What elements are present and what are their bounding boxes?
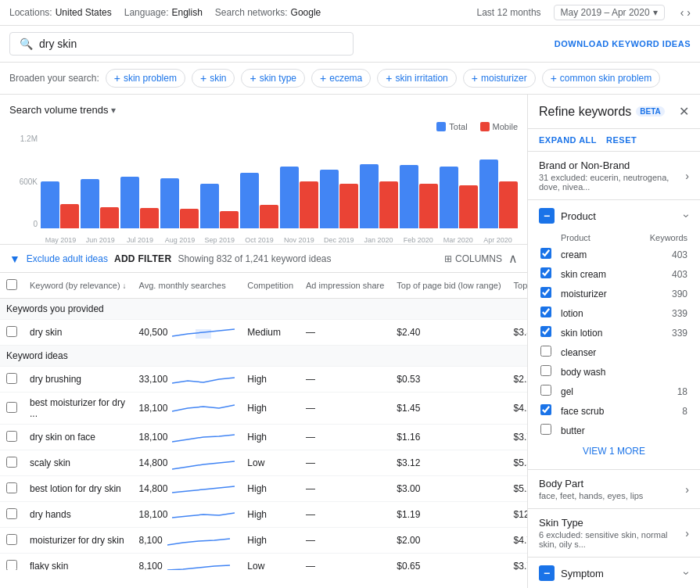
chip-skin[interactable]: + skin <box>192 69 235 88</box>
top-bar: Locations: United States Language: Engli… <box>0 0 700 26</box>
bar-group-5 <box>240 173 278 229</box>
bar-group-9 <box>400 165 438 228</box>
collapse-chart-button[interactable]: ∧ <box>508 251 518 266</box>
left-panel: Search volume trends ▾ Total Mobile 1.2M… <box>0 95 528 588</box>
refine-section-symptom: − Symptom › Symptom Keywords dryness 69 … <box>528 558 700 588</box>
bar-blue-1 <box>81 179 99 228</box>
bar-group-0 <box>41 181 79 229</box>
chart-title: Search volume trends <box>9 104 108 116</box>
bar-red-10 <box>459 185 478 228</box>
chart-xaxis: May 2019Jun 2019Jul 2019Aug 2019Sep 2019… <box>41 236 518 244</box>
chip-eczema[interactable]: + eczema <box>311 69 371 88</box>
bar-group-2 <box>120 177 159 228</box>
chevron-down-icon: ▾ <box>653 7 658 18</box>
search-icon: 🔍 <box>20 38 33 50</box>
chip-skin-type[interactable]: + skin type <box>241 69 305 88</box>
filter-checkbox[interactable] <box>540 346 551 357</box>
chip-skin-irritation[interactable]: + skin irritation <box>377 69 457 88</box>
refine-product-header[interactable]: − Product › <box>528 200 700 227</box>
list-item: cream 403 <box>540 246 687 264</box>
refine-skintype-header[interactable]: Skin Type 6 excluded: sensitive skin, no… <box>528 509 700 557</box>
symptom-minus-button[interactable]: − <box>539 565 555 581</box>
filter-checkbox[interactable] <box>540 267 551 278</box>
row-checkbox[interactable] <box>6 482 17 493</box>
filter-checkbox[interactable] <box>540 287 551 298</box>
row-checkbox[interactable] <box>6 402 17 413</box>
row-checkbox[interactable] <box>6 373 17 384</box>
beta-badge: BETA <box>636 106 664 117</box>
filter-checkbox[interactable] <box>540 385 551 396</box>
bar-blue-5 <box>240 173 259 229</box>
product-minus-button[interactable]: − <box>539 208 555 224</box>
list-item: lotion 339 <box>540 304 687 322</box>
bar-blue-0 <box>41 181 59 229</box>
product-content: Product Keywords cream 403 skin cream 40… <box>528 227 700 469</box>
columns-icon: ⊞ <box>444 253 452 264</box>
bar-red-1 <box>100 207 119 229</box>
row-checkbox[interactable] <box>6 326 17 337</box>
row-checkbox[interactable] <box>6 560 17 571</box>
filter-checkbox[interactable] <box>540 326 551 337</box>
showing-count: Showing 832 of 1,241 keyword ideas <box>178 253 331 264</box>
row-checkbox[interactable] <box>6 431 17 442</box>
bar-group-3 <box>160 178 199 228</box>
keyword-table: Keyword (by relevance) ↓ Avg. monthly se… <box>0 273 527 570</box>
refine-brand-header[interactable]: Brand or Non-Brand 31 excluded: eucerin,… <box>528 152 700 199</box>
refine-body-header[interactable]: Body Part face, feet, hands, eyes, lips … <box>528 470 700 508</box>
refine-section-skin-type: Skin Type 6 excluded: sensitive skin, no… <box>528 509 700 558</box>
skintype-chevron-icon: › <box>685 527 689 540</box>
networks-label: Search networks: Google <box>215 7 321 18</box>
reset-button[interactable]: RESET <box>606 135 637 145</box>
broaden-label: Broaden your search: <box>9 73 99 84</box>
list-item: gel 18 <box>540 382 687 400</box>
row-checkbox[interactable] <box>6 534 17 545</box>
list-item: butter <box>540 421 687 439</box>
row-checkbox[interactable] <box>6 508 17 519</box>
bar-red-4 <box>220 211 239 228</box>
chip-moisturizer[interactable]: + moisturizer <box>463 69 536 88</box>
chip-common-skin[interactable]: + common skin problem <box>542 69 661 88</box>
close-refine-button[interactable]: ✕ <box>679 104 689 119</box>
refine-title: Refine keywords <box>539 105 631 119</box>
keyword-table-container: Keyword (by relevance) ↓ Avg. monthly se… <box>0 273 527 570</box>
list-item: moisturizer 390 <box>540 285 687 303</box>
refine-symptom-header[interactable]: − Symptom › <box>528 558 700 584</box>
filter-checkbox[interactable] <box>540 424 551 435</box>
language-label: Language: English <box>124 7 203 18</box>
view-more-product[interactable]: VIEW 1 MORE <box>539 441 689 461</box>
row-checkbox[interactable] <box>6 457 17 468</box>
search-query: dry skin <box>39 38 77 50</box>
filter-icon: ▼ <box>9 253 20 265</box>
date-range-selector[interactable]: May 2019 – Apr 2020 ▾ <box>554 5 665 20</box>
columns-button[interactable]: ⊞ COLUMNS <box>444 253 502 264</box>
refine-section-product: − Product › Product Keywords cream 403 s… <box>528 200 700 470</box>
chart-dropdown[interactable]: ▾ <box>111 105 116 116</box>
expand-all-button[interactable]: EXPAND ALL <box>539 135 597 145</box>
legend-total: Total <box>436 122 467 131</box>
sort-keyword-icon[interactable]: ↓ <box>123 281 127 290</box>
chip-skin-problem[interactable]: + skin problem <box>106 69 185 88</box>
add-filter-button[interactable]: ADD FILTER <box>114 253 171 264</box>
chart-yaxis: 1.2M 600K 0 <box>9 134 41 228</box>
bar-red-2 <box>140 208 159 228</box>
filter-checkbox[interactable] <box>540 248 551 259</box>
exclude-adult-link[interactable]: Exclude adult ideas <box>27 253 108 264</box>
refine-actions: EXPAND ALL RESET <box>528 129 700 152</box>
main-layout: Search volume trends ▾ Total Mobile 1.2M… <box>0 95 700 588</box>
select-all-checkbox[interactable] <box>6 279 17 290</box>
filter-checkbox[interactable] <box>540 404 551 415</box>
download-button[interactable]: DOWNLOAD KEYWORD IDEAS <box>555 39 691 48</box>
next-period-button[interactable]: › <box>687 6 691 19</box>
filter-checkbox[interactable] <box>540 365 551 376</box>
bar-red-0 <box>60 204 79 228</box>
filter-checkbox[interactable] <box>540 307 551 317</box>
bar-group-7 <box>320 170 358 228</box>
table-row: scaly skin 14,800 Low — $3.12 $5.58 <box>0 450 527 476</box>
chart-legend: Total Mobile <box>9 122 518 131</box>
prev-period-button[interactable]: ‹ <box>680 6 684 19</box>
col-bid-high: Top of page bid (high range) <box>508 273 527 299</box>
bar-group-11 <box>479 160 518 228</box>
right-panel: Refine keywords BETA ✕ EXPAND ALL RESET … <box>528 95 700 588</box>
list-item: cleanser <box>540 343 687 361</box>
search-box[interactable]: 🔍 dry skin <box>9 32 354 56</box>
